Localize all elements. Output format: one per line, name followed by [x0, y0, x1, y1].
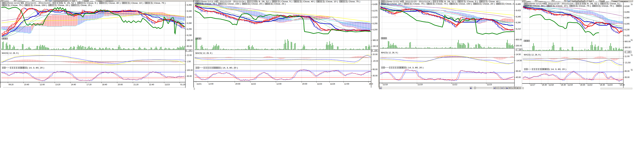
svg-text:X: X	[625, 51, 626, 53]
svg-text:11/22: 11/22	[588, 84, 592, 86]
svg-text:X: X	[186, 49, 188, 52]
svg-text:225mini 11/12( 60: 225mini 11/12( 60	[528, 3, 544, 5]
svg-text:◄: ◄	[380, 87, 382, 89]
svg-text:( Close, 75 ): ( Close, 75 )	[203, 3, 218, 5]
svg-text:-21.50: -21.50	[624, 61, 630, 64]
svg-text:( Close, 150 ): ( Close, 150 )	[457, 3, 473, 5]
svg-text:8,375: 8,375	[372, 10, 378, 12]
svg-text:8,355: 8,355	[187, 4, 192, 6]
svg-text:11/24: 11/24	[330, 83, 335, 85]
svg-text:▶: ▶	[470, 87, 472, 89]
svg-text:R: R	[514, 87, 516, 89]
svg-text:11.00: 11.00	[624, 55, 630, 58]
svg-text:+: +	[496, 87, 498, 89]
svg-text:L: L	[512, 87, 513, 89]
svg-text:01:20: 01:20	[180, 83, 185, 86]
svg-text:95.00: 95.00	[372, 68, 378, 71]
svg-text:( 9, 26, 52 ): ( 9, 26, 52 )	[443, 0, 458, 3]
svg-text:✕: ✕	[519, 87, 521, 89]
svg-text:( 9, 26, 52 ): ( 9, 26, 52 )	[257, 0, 272, 3]
svg-text:( Close, 10 ): ( Close, 10 )	[324, 0, 339, 3]
svg-text:225mini 11/12( 30: 225mini 11/12( 30	[385, 0, 402, 3]
svg-text:20:00: 20:00	[302, 83, 307, 85]
svg-text:14:40: 14:40	[71, 83, 76, 86]
svg-text:35.00: 35.00	[187, 75, 192, 77]
svg-text:20:0: 20:0	[369, 83, 373, 85]
svg-text:D: D	[509, 87, 510, 89]
svg-text:( Close, 40 ): ( Close, 40 )	[107, 2, 122, 4]
svg-text:( Close, 10 ): ( Close, 10 )	[130, 2, 145, 4]
svg-text:( Close, 40 ): ( Close, 40 )	[532, 5, 547, 7]
svg-text:( Close, 75 ): ( Close, 75 )	[434, 3, 450, 5]
svg-text:, 2011/11/21 - 2011/11/24 ): , 2011/11/21 - 2011/11/24 )	[24, 2, 52, 4]
svg-text:11/19: 11/19	[568, 84, 572, 86]
svg-text:( 14, 3, 80, 20 ): ( 14, 3, 80, 20 )	[550, 68, 566, 70]
svg-text:8,530: 8,530	[624, 5, 630, 8]
svg-text:95.00: 95.00	[516, 70, 521, 72]
svg-text:300.00: 300.00	[624, 46, 630, 49]
svg-text:65.00: 65.00	[187, 45, 192, 47]
svg-text:200.00: 200.00	[516, 45, 522, 47]
svg-text:11/18: 11/18	[383, 83, 388, 86]
svg-text:8,415: 8,415	[516, 9, 521, 12]
svg-text:16:30: 16:30	[561, 84, 566, 86]
svg-text:16:30: 16:30	[580, 84, 585, 86]
svg-text:, 2011/11/15 - 2011/11/24 ): , 2011/11/15 - 2011/11/24 )	[547, 3, 576, 5]
svg-text:85.00: 85.00	[624, 70, 630, 72]
svg-text:900.00: 900.00	[624, 40, 630, 43]
svg-text:11/21: 11/21	[196, 83, 202, 85]
svg-text:( 14, 3, 80, 20 ): ( 14, 3, 80, 20 )	[27, 67, 44, 69]
svg-text:8,485: 8,485	[516, 3, 521, 5]
svg-text:( Close, 25 ): ( Close, 25 )	[272, 3, 286, 5]
svg-text:11/23: 11/23	[487, 83, 492, 86]
svg-text:35.00: 35.00	[372, 74, 378, 77]
svg-text:385.00: 385.00	[372, 39, 378, 41]
svg-text:( Close, 5 ): ( Close, 5 )	[280, 0, 294, 3]
svg-text:8,255: 8,255	[372, 22, 378, 25]
svg-text:16:30: 16:30	[542, 84, 547, 86]
svg-text:( Close, 150 ): ( Close, 150 )	[32, 4, 48, 7]
svg-text:-14.50: -14.50	[516, 59, 522, 62]
svg-text:MACD( 12, 26, 9 ): MACD( 12, 26, 9 )	[196, 52, 212, 54]
svg-text:150.00: 150.00	[372, 45, 378, 47]
svg-text:12:00: 12:00	[40, 83, 45, 86]
svg-text:( Close, 75 ): ( Close, 75 )	[577, 5, 592, 7]
svg-text:⬌: ⬌	[501, 87, 502, 89]
svg-text:20:00: 20:00	[235, 83, 240, 85]
svg-text:8,255: 8,255	[187, 28, 192, 30]
svg-text:8,330: 8,330	[187, 10, 192, 12]
svg-text:100: 100	[628, 51, 630, 53]
svg-text:⊕: ⊕	[517, 87, 518, 89]
svg-text:MACD( 12, 26, 9 ): MACD( 12, 26, 9 )	[381, 51, 398, 54]
svg-text:100: 100	[374, 49, 377, 52]
svg-text:( Close, 75 ): ( Close, 75 )	[347, 0, 360, 3]
svg-text:8,455: 8,455	[624, 11, 630, 13]
svg-text:MACD( 12, 26, 9 ): MACD( 12, 26, 9 )	[2, 52, 19, 54]
svg-text:8,280: 8,280	[187, 22, 192, 24]
svg-text:09:20: 09:20	[8, 83, 14, 86]
svg-text:14.50: 14.50	[516, 53, 521, 56]
svg-text:( Close, 150 ): ( Close, 150 )	[226, 3, 242, 5]
svg-text:22:40: 22:40	[149, 83, 154, 86]
svg-text:8,305: 8,305	[187, 16, 192, 18]
svg-text:( Close, 25 ): ( Close, 25 )	[79, 4, 92, 7]
svg-text:( Close, 2: ( Close, 2	[504, 3, 514, 5]
svg-text:11/19: 11/19	[418, 83, 422, 86]
svg-text:8,280: 8,280	[516, 21, 521, 24]
svg-text:( Close, 40 ): ( Close, 40 )	[487, 0, 500, 3]
svg-text:, 2011/11/15 - 2011/11/24 ): , 2011/11/15 - 2011/11/24 )	[404, 0, 433, 3]
svg-text:8,200: 8,200	[372, 28, 378, 31]
svg-text:12:00: 12:00	[344, 83, 349, 85]
svg-text:11/22: 11/22	[452, 83, 457, 86]
svg-text:◄|: ◄|	[493, 87, 496, 89]
svg-text:( Close, 10 ): ( Close, 10 )	[389, 3, 404, 5]
svg-text:16:30: 16:30	[600, 84, 605, 86]
svg-text:11/17: 11/17	[530, 84, 535, 86]
svg-text:8,155: 8,155	[624, 34, 630, 37]
svg-text:( Close, 75 ): ( Close, 75 )	[153, 2, 166, 4]
svg-text:−: −	[499, 87, 500, 89]
svg-text:-20.00: -20.00	[372, 60, 378, 62]
svg-text:X: X	[516, 49, 518, 51]
svg-text:165.00: 165.00	[187, 39, 193, 41]
svg-text:( 14, 3, 80, 20 ): ( 14, 3, 80, 20 )	[406, 66, 424, 69]
